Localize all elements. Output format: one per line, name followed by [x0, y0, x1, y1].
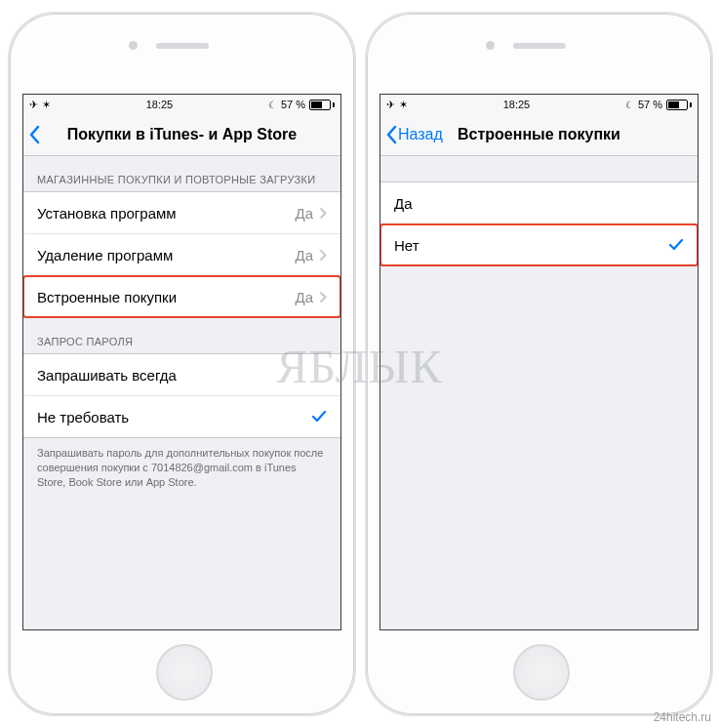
phone-speaker	[513, 43, 566, 49]
row-label: Запрашивать всегда	[37, 367, 327, 384]
row-label: Нет	[394, 237, 668, 254]
password-request-group: Запрашивать всегда Не требовать	[23, 353, 340, 438]
stage: ✈ ✶ 18:25 ☾ 57 % Покупки в iTunes- и App…	[0, 0, 719, 728]
status-right: ☾ 57 %	[268, 99, 335, 110]
battery-percent: 57 %	[281, 99, 305, 110]
battery-icon	[309, 100, 335, 110]
battery-percent: 57 %	[638, 99, 662, 110]
phone-speaker	[156, 43, 209, 49]
battery-icon	[666, 100, 692, 110]
option-yes[interactable]: Да	[380, 182, 698, 223]
row-label: Да	[394, 195, 684, 212]
checkmark-icon	[311, 410, 327, 424]
nav-bar: Покупки в iTunes- и App Store	[23, 114, 340, 156]
row-not-require[interactable]: Не требовать	[23, 395, 340, 437]
home-button[interactable]	[513, 644, 570, 701]
phone-camera	[486, 41, 495, 50]
status-bar: ✈ ✶ 18:25 ☾ 57 %	[23, 95, 340, 114]
row-value: Да	[295, 289, 313, 305]
back-button[interactable]: Назад	[380, 125, 443, 144]
nav-bar: Назад Встроенные покупки	[380, 114, 698, 156]
section-header-password: ЗАПРОС ПАРОЛЯ	[23, 318, 340, 353]
dnd-moon-icon: ☾	[268, 100, 277, 110]
phone-camera	[129, 41, 138, 50]
store-purchases-group: Установка программ Да Удаление программ …	[23, 191, 340, 318]
status-bar: ✈ ✶ 18:25 ☾ 57 %	[380, 95, 698, 114]
spacer	[380, 156, 698, 182]
status-right: ☾ 57 %	[625, 99, 692, 110]
dnd-moon-icon: ☾	[625, 100, 634, 110]
section-header-store: МАГАЗИННЫЕ ПОКУПКИ И ПОВТОРНЫЕ ЗАГРУЗКИ	[23, 156, 340, 191]
phone-left: ✈ ✶ 18:25 ☾ 57 % Покупки в iTunes- и App…	[8, 12, 356, 716]
wifi-icon: ✶	[42, 99, 51, 111]
status-left: ✈ ✶	[386, 99, 408, 111]
row-label: Не требовать	[37, 409, 311, 425]
options-group: Да Нет	[380, 182, 698, 266]
airplane-icon: ✈	[386, 99, 395, 111]
row-value: Да	[295, 247, 313, 263]
chevron-right-icon	[319, 291, 327, 303]
status-time: 18:25	[146, 99, 174, 110]
chevron-right-icon	[319, 249, 327, 262]
page-title: Покупки в iTunes- и App Store	[23, 126, 340, 143]
option-no[interactable]: Нет	[380, 223, 698, 265]
screen-right: ✈ ✶ 18:25 ☾ 57 % Назад Встроенные покуп	[379, 94, 699, 630]
row-in-app-purchases[interactable]: Встроенные покупки Да	[23, 275, 340, 317]
chevron-right-icon	[319, 207, 327, 220]
row-label: Установка программ	[37, 205, 295, 222]
back-label: Назад	[398, 126, 443, 143]
row-delete-apps[interactable]: Удаление программ Да	[23, 233, 340, 275]
status-time: 18:25	[503, 99, 531, 110]
row-install-apps[interactable]: Установка программ Да	[23, 192, 340, 233]
credit-text: 24hitech.ru	[654, 710, 711, 724]
footer-note: Запрашивать пароль для дополнительных по…	[23, 438, 340, 498]
row-label: Удаление программ	[37, 247, 295, 263]
row-value: Да	[295, 205, 313, 222]
back-button[interactable]	[23, 125, 41, 144]
wifi-icon: ✶	[399, 99, 408, 111]
home-button[interactable]	[156, 644, 213, 701]
status-left: ✈ ✶	[29, 99, 51, 111]
phone-right: ✈ ✶ 18:25 ☾ 57 % Назад Встроенные покуп	[365, 12, 713, 716]
row-label: Встроенные покупки	[37, 289, 295, 305]
airplane-icon: ✈	[29, 99, 38, 111]
screen-left: ✈ ✶ 18:25 ☾ 57 % Покупки в iTunes- и App…	[22, 94, 341, 630]
checkmark-icon	[668, 238, 684, 252]
row-always-require[interactable]: Запрашивать всегда	[23, 354, 340, 395]
